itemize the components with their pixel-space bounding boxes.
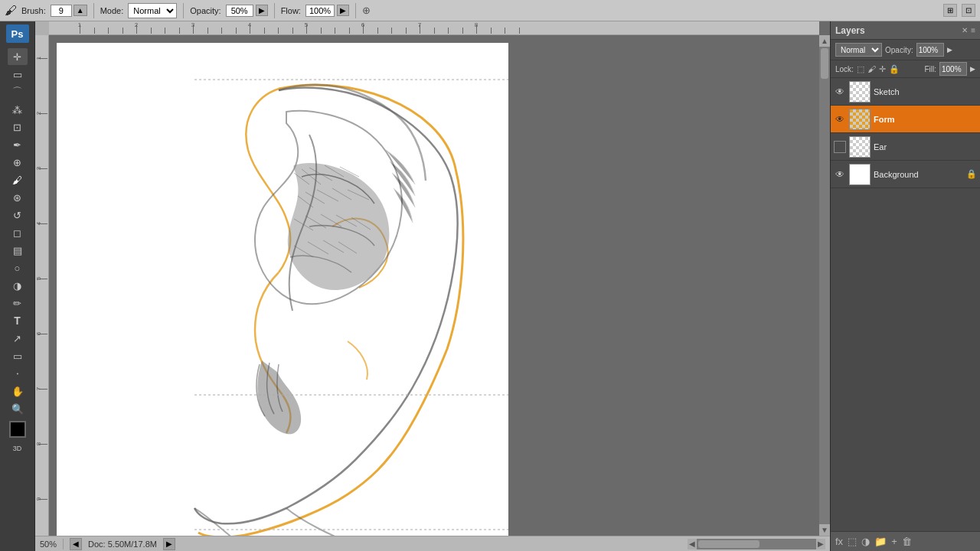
history-brush-tool[interactable]: ↺ [8,207,28,223]
notes-tool[interactable]: ⬝ [8,365,28,382]
type-tool[interactable]: T [8,312,28,329]
flow-arrow[interactable]: ▶ [337,5,349,16]
mode-select[interactable]: Normal Multiply Screen [128,3,177,18]
lock-transparency-btn[interactable]: ⬚ [857,64,864,74]
layer-thumb-form [849,109,871,130]
layer-name-ear: Ear [874,142,977,152]
brush-size-value[interactable]: 9 [51,5,72,17]
layer-thumb-sketch [849,81,871,103]
heal-tool[interactable]: ⊕ [8,154,28,171]
scroll-up-btn[interactable]: ▲ [819,35,830,47]
3d-tool[interactable]: 3D [8,440,28,457]
separator3 [274,3,275,18]
foreground-color[interactable] [9,421,26,438]
nav-prev-btn[interactable]: ◀ [70,538,82,550]
layer-mask-btn[interactable]: ⬚ [848,536,857,547]
screen-mode-btn[interactable]: ⊡ [962,4,975,17]
layers-close-btn[interactable]: ✕ [962,26,968,34]
layer-row-ear[interactable]: Ear [831,133,980,161]
layer-thumb-background [849,164,871,185]
magic-wand-tool[interactable]: ⁂ [8,101,28,118]
blur-tool[interactable]: ○ [8,259,28,276]
tool-presets-btn[interactable]: ⊞ [943,4,957,17]
canvas-area: 12345678 123456789 [35,21,830,551]
scroll-left-btn[interactable]: ◀ [688,539,697,549]
layer-delete-btn[interactable]: 🗑 [902,536,912,547]
layer-visibility-ear[interactable] [834,141,846,153]
select-rect-tool[interactable]: ▭ [8,66,28,83]
opacity-label: Opacity: [885,46,913,54]
shape-tool[interactable]: ▭ [8,347,28,364]
status-sep [63,539,64,549]
hand-tool[interactable]: ✋ [8,383,28,399]
layer-row-background[interactable]: 👁 Background 🔒 [831,161,980,188]
flow-value[interactable]: 100% [305,5,335,17]
vertical-scrollbar[interactable]: ▲ ▼ [819,35,830,536]
status-bar: 50% ◀ Doc: 5.50M/17.8M ▶ ◀ ▶ [35,536,830,551]
layer-fx-btn[interactable]: fx [835,536,843,547]
layer-row-sketch[interactable]: 👁 Sketch [831,78,980,106]
lock-all-btn[interactable]: 🔒 [889,64,900,74]
layer-name-sketch: Sketch [874,87,977,96]
fill-arrow-btn[interactable]: ▶ [970,65,975,73]
drawing-canvas[interactable] [57,43,508,536]
nav-next-btn[interactable]: ▶ [163,538,175,550]
main-area: Ps ✛ ▭ ⌒ ⁂ ⊡ ✒ ⊕ 🖌 ⊛ ↺ ◻ ▤ ○ ◑ ✏ T ↗ ▭ ⬝… [0,21,980,551]
zoom-level: 50% [40,540,57,549]
layer-name-form: Form [874,115,977,124]
opacity-value[interactable]: 50% [226,5,253,17]
layer-name-background: Background [874,170,963,179]
brush-tool[interactable]: 🖌 [8,171,28,188]
layers-header-icons: ✕ ≡ [962,26,975,34]
ruler-horizontal: 12345678 [49,21,819,35]
dodge-tool[interactable]: ◑ [8,277,28,294]
layers-opacity-input[interactable] [916,43,944,57]
separator4 [355,3,356,18]
brush-size-control[interactable]: 9 ▲ [51,5,87,17]
lasso-tool[interactable]: ⌒ [8,83,28,100]
layer-row-form[interactable]: 👁 Form [831,106,980,133]
layers-title: Layers [835,25,865,36]
gradient-tool[interactable]: ▤ [8,242,28,259]
layer-group-btn[interactable]: 📁 [874,536,887,547]
opacity-label: Opacity: [190,6,220,15]
scroll-down-btn[interactable]: ▼ [819,524,830,536]
layer-visibility-sketch[interactable]: 👁 [834,86,846,98]
fill-input[interactable] [939,62,967,76]
opacity-arrow[interactable]: ▶ [256,5,268,16]
ruler-top-row: 12345678 [35,21,830,35]
blend-mode-select[interactable]: Normal Multiply Screen Overlay [835,43,882,57]
opacity-arrow-btn[interactable]: ▶ [947,46,952,54]
ruler-corner [35,21,49,35]
lock-position-btn[interactable]: ✛ [879,64,886,74]
move-tool[interactable]: ✛ [8,48,28,65]
zoom-tool[interactable]: 🔍 [8,400,28,417]
layer-adjustment-btn[interactable]: ◑ [861,536,870,547]
layer-visibility-background[interactable]: 👁 [834,168,846,181]
eyedropper-tool[interactable]: ✒ [8,136,28,153]
layer-lock-icon-background: 🔒 [966,169,977,179]
layer-visibility-form[interactable]: 👁 [834,113,846,126]
layers-menu-btn[interactable]: ≡ [971,26,975,34]
lock-image-btn[interactable]: 🖌 [867,64,876,73]
path-select-tool[interactable]: ↗ [8,330,28,347]
clone-tool[interactable]: ⊛ [8,189,28,206]
separator [93,3,94,18]
scroll-thumb-v[interactable] [821,48,828,79]
svg-rect-0 [57,43,508,536]
airbrush-icon[interactable]: ⊕ [362,5,371,16]
separator2 [183,3,184,18]
eraser-tool[interactable]: ◻ [8,224,28,241]
layer-new-btn[interactable]: + [891,536,897,547]
left-toolbar: Ps ✛ ▭ ⌒ ⁂ ⊡ ✒ ⊕ 🖌 ⊛ ↺ ◻ ▤ ○ ◑ ✏ T ↗ ▭ ⬝… [0,21,35,551]
canvas-wrapper[interactable] [49,35,819,536]
canvas-main-row: 123456789 [35,35,830,536]
crop-tool[interactable]: ⊡ [8,119,28,135]
scroll-right-btn[interactable]: ▶ [816,539,825,549]
scroll-thumb-h[interactable] [698,540,760,548]
horizontal-scrollbar[interactable]: ◀ ▶ [688,539,825,549]
pen-tool[interactable]: ✏ [8,295,28,311]
brush-size-up[interactable]: ▲ [74,5,87,16]
mode-label: Mode: [100,6,124,15]
ruler-corner-right [819,21,830,35]
